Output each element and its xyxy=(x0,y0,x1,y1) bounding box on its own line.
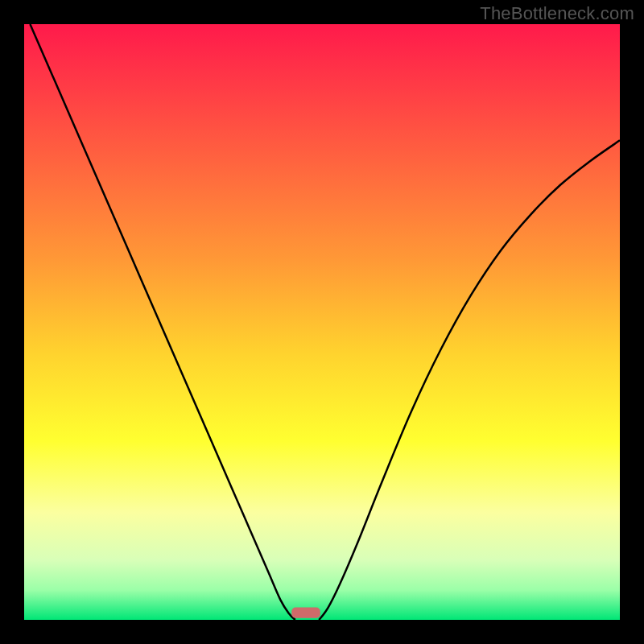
watermark-text: TheBottleneck.com xyxy=(480,3,634,24)
gradient-background xyxy=(24,24,620,620)
bottleneck-chart xyxy=(24,24,620,620)
bottleneck-marker xyxy=(291,607,320,617)
chart-frame xyxy=(24,24,620,620)
